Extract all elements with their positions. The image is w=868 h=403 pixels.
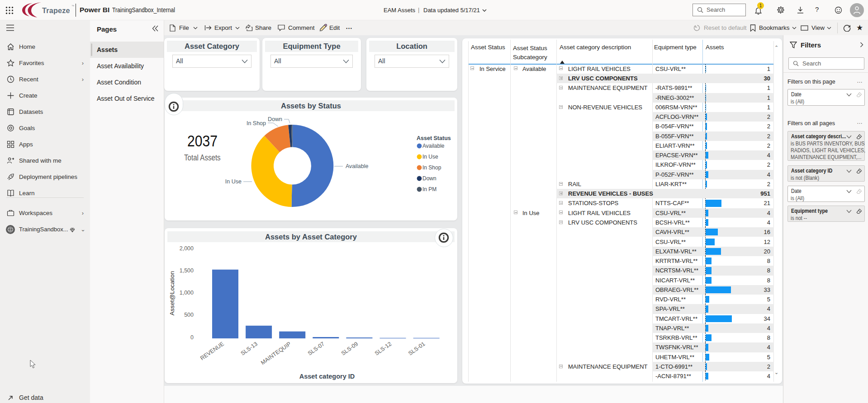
svg-text:Trapeze: Trapeze — [42, 6, 70, 14]
svg-text:2,000: 2,000 — [180, 245, 194, 252]
svg-text:SLS-09: SLS-09 — [340, 341, 359, 356]
svg-text:™: ™ — [71, 5, 74, 8]
svg-text:500: 500 — [184, 312, 194, 318]
svg-text:Down: Down — [422, 175, 436, 182]
svg-text:SLS-07: SLS-07 — [307, 341, 326, 356]
svg-text:In Use: In Use — [225, 178, 242, 185]
svg-text:SLS-13: SLS-13 — [240, 341, 259, 356]
svg-text:Asset category ID: Asset category ID — [299, 373, 355, 380]
svg-text:Asset Status: Asset Status — [417, 135, 451, 141]
svg-text:Down: Down — [268, 116, 282, 122]
svg-text:In Use: In Use — [422, 154, 438, 160]
svg-text:Asset@Location: Asset@Location — [169, 271, 175, 316]
svg-text:1,000: 1,000 — [180, 290, 194, 296]
svg-text:SLS-01: SLS-01 — [407, 341, 426, 356]
svg-text:MAINTEQUIP: MAINTEQUIP — [260, 341, 292, 366]
svg-text:SLS-12: SLS-12 — [374, 341, 393, 356]
svg-text:REVENUE: REVENUE — [199, 341, 225, 361]
svg-text:Available: Available — [422, 143, 445, 149]
svg-text:In Shop: In Shop — [422, 164, 441, 171]
svg-text:1,500: 1,500 — [180, 267, 194, 274]
svg-text:Available: Available — [346, 163, 369, 169]
svg-text:0: 0 — [190, 334, 194, 341]
svg-text:In Shop: In Shop — [247, 120, 266, 127]
svg-text:In PM: In PM — [422, 186, 436, 192]
